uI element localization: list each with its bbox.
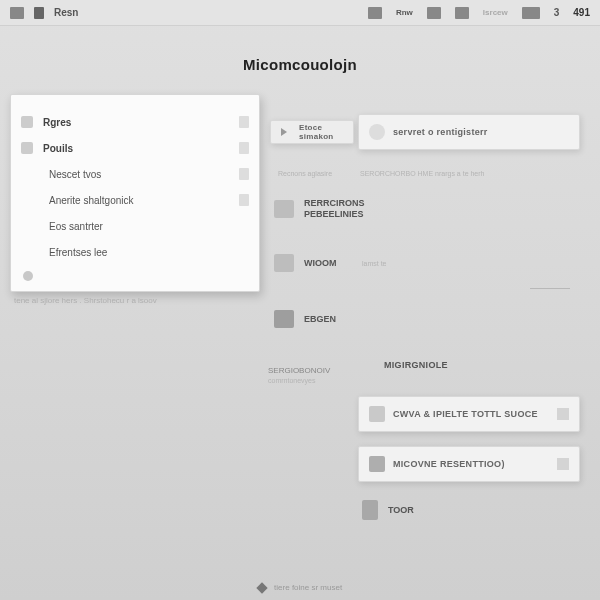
woom-subtext: lamst te — [362, 260, 387, 267]
panel-item-label: Rgres — [43, 117, 71, 128]
panel-item-icon — [21, 116, 33, 128]
brand-label: Resn — [54, 7, 78, 18]
panel-item-0[interactable]: Rgres — [21, 109, 249, 135]
mid-subtext-1: Recnons aglasire — [278, 170, 332, 177]
card-label: MICOVNE RESENTTIOO) — [393, 459, 505, 469]
back-icon[interactable] — [34, 7, 44, 19]
item-label-b: PEBEELINIES — [304, 209, 365, 219]
menu-icon[interactable] — [10, 7, 24, 19]
status-count: 3 — [554, 7, 560, 18]
item-rerrc[interactable]: RERRCIRONS PEBEELINIES — [274, 198, 365, 219]
item-ebgen[interactable]: EBGEN — [274, 310, 336, 328]
tool-icon-1[interactable] — [368, 7, 382, 19]
panel-item-right-icon — [239, 142, 249, 154]
tool-label-1: Rnw — [396, 8, 413, 17]
right-meta: SERORCHORBO HME nrargs a te herh — [360, 170, 484, 177]
footer: tiere foine sr muset — [0, 583, 600, 592]
panel-item-label: Anerite shaltgonick — [49, 195, 134, 206]
item-label: RERRCIRONS — [304, 198, 365, 208]
serg-sub: comrntonevyes — [268, 377, 330, 384]
panel-item-1[interactable]: Pouils — [21, 135, 249, 161]
panel-hint: tene al sjlore hers . Shrstohecu r a lso… — [14, 296, 157, 305]
tool-icon-3[interactable] — [455, 7, 469, 19]
panel-item-2[interactable]: Nescet tvos — [21, 161, 249, 187]
item-label: EBGEN — [304, 314, 336, 324]
item-thumb-icon — [362, 500, 378, 520]
panel-item-label: Eos santrter — [49, 221, 103, 232]
bird-icon — [369, 456, 385, 472]
panel-item-right-icon — [239, 194, 249, 206]
card-label: servret o rentigisterr — [393, 127, 488, 137]
panel-item-label: Pouils — [43, 143, 73, 154]
more-icon — [557, 458, 569, 470]
panel-item-5[interactable]: Efrentses lee — [21, 239, 249, 265]
panel-item-4[interactable]: Eos santrter — [21, 213, 249, 239]
panel-item-label: Efrentses lee — [49, 247, 107, 258]
item-serg: SERGIOBONOIV comrntonevyes — [268, 366, 330, 384]
panel-item-3[interactable]: Anerite shaltgonick — [21, 187, 249, 213]
tool-label-2: Isrcew — [483, 8, 508, 17]
serg-label: SERGIOBONOIV — [268, 366, 330, 375]
top-toolbar: Resn Rnw Isrcew 3 491 — [0, 0, 600, 26]
panel-item-icon — [21, 142, 33, 154]
status-badge: 491 — [573, 7, 590, 18]
card-label: CWVA & IPIELTE TOTTL SUOCE — [393, 409, 538, 419]
question-icon — [369, 124, 385, 140]
item-thumb-icon — [274, 200, 294, 218]
card-servret[interactable]: servret o rentigisterr — [358, 114, 580, 150]
item-thumb-icon — [274, 310, 294, 328]
panel-item-right-icon — [239, 168, 249, 180]
chevron-right-icon — [557, 408, 569, 420]
item-toor[interactable]: TOOR — [362, 500, 414, 520]
footer-text: tiere foine sr muset — [274, 583, 342, 592]
chevron-right-icon — [281, 128, 291, 136]
status-icon[interactable] — [522, 7, 540, 19]
item-label: TOOR — [388, 505, 414, 515]
page-title: Micomcouolojn — [0, 56, 600, 73]
panel-item-right-icon — [239, 116, 249, 128]
item-label: WIOOM — [304, 258, 337, 268]
diamond-icon — [256, 582, 267, 593]
item-thumb-icon — [274, 254, 294, 272]
status-dot-icon — [23, 271, 33, 281]
card-micovne[interactable]: MICOVNE RESENTTIOO) — [358, 446, 580, 482]
chip-label: Etoce simakon — [299, 123, 343, 141]
dropdown-panel: RgresPouilsNescet tvosAnerite shaltgonic… — [10, 94, 260, 292]
section-heading: MIGIRGNIOLE — [384, 360, 448, 370]
tool-icon-2[interactable] — [427, 7, 441, 19]
arrow-icon — [369, 406, 385, 422]
chip-etoce[interactable]: Etoce simakon — [270, 120, 354, 144]
divider — [530, 288, 570, 289]
card-cwva[interactable]: CWVA & IPIELTE TOTTL SUOCE — [358, 396, 580, 432]
item-woom[interactable]: WIOOM — [274, 254, 337, 272]
panel-item-label: Nescet tvos — [49, 169, 101, 180]
